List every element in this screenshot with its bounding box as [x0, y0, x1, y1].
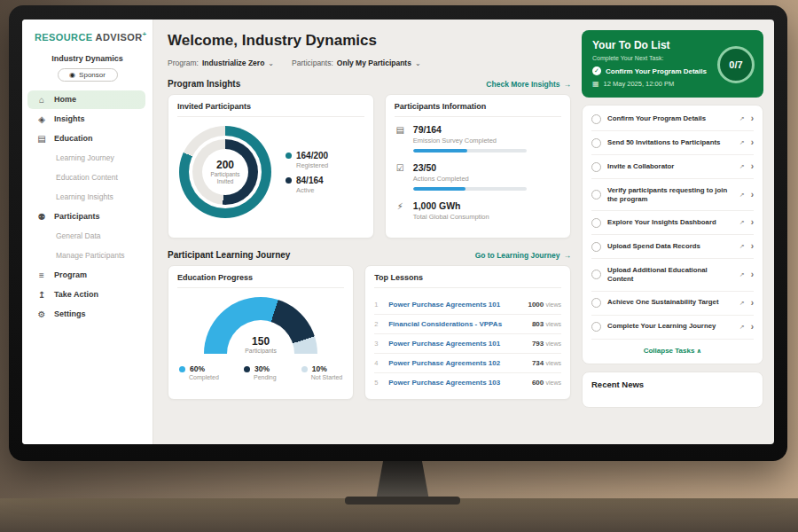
sidebar-item[interactable]: ≡ Program	[27, 266, 145, 285]
chevron-right-icon[interactable]: ›	[751, 114, 754, 123]
external-link-icon[interactable]: ↗	[739, 115, 745, 122]
legend-item: 84/164 Active	[286, 176, 328, 194]
gauge-legend: 60% Completed 30%	[179, 364, 342, 380]
gauge-center-label: Participants	[204, 348, 317, 354]
todo-task-row[interactable]: Upload Spend Data Records ↗ ›	[591, 235, 754, 259]
lesson-rank: 5	[374, 379, 381, 387]
task-checkbox[interactable]	[591, 298, 601, 308]
lesson-link[interactable]: Power Purchase Agreements 102	[388, 359, 525, 367]
external-link-icon[interactable]: ↗	[739, 139, 745, 146]
task-checkbox[interactable]	[591, 322, 601, 332]
task-checkbox[interactable]	[591, 114, 601, 124]
program-filter-value: Industrialize Zero	[202, 59, 264, 67]
chevron-right-icon[interactable]: ›	[751, 242, 754, 251]
task-label: Complete Your Learning Journey	[607, 322, 733, 331]
content-area: Welcome, Industry Dynamics Program: Indu…	[153, 20, 774, 444]
recent-news-card: Recent News	[582, 372, 763, 408]
todo-task-row[interactable]: Invite a Collaborator ↗ ›	[591, 155, 754, 179]
participants-filter[interactable]: Participants: Only My Participants ⌄	[292, 59, 421, 67]
lesson-rank: 1	[374, 301, 381, 309]
legend-item: 60% Completed	[179, 364, 219, 380]
chevron-right-icon[interactable]: ›	[751, 299, 754, 308]
org-name: Industry Dynamics	[22, 54, 153, 63]
go-to-learning-journey-link[interactable]: Go to Learning Journey →	[475, 251, 571, 260]
sidebar-item[interactable]: Learning Journey	[27, 149, 145, 168]
sidebar-item[interactable]: ↥ Take Action	[27, 286, 145, 304]
sidebar-item-label: Learning Journey	[56, 153, 114, 162]
external-link-icon[interactable]: ↗	[739, 219, 745, 226]
chevron-right-icon[interactable]: ›	[751, 323, 754, 332]
top-lessons-card: Top Lessons 1 Power Purchase Agreements …	[364, 265, 571, 400]
sponsor-badge[interactable]: ◉ Sponsor	[58, 68, 118, 82]
chevron-right-icon[interactable]: ›	[751, 191, 754, 200]
todo-task-row[interactable]: Complete Your Learning Journey ↗ ›	[591, 316, 754, 340]
external-link-icon[interactable]: ↗	[739, 324, 745, 331]
legend-label: Pending	[254, 374, 277, 380]
recent-news-title: Recent News	[591, 379, 754, 389]
sidebar-item-label: Education Content	[56, 173, 118, 182]
info-row: ▤ 79/164 Emission Survey Completed	[395, 124, 561, 153]
lesson-link[interactable]: Power Purchase Agreements 103	[388, 379, 525, 387]
task-checkbox[interactable]	[591, 270, 601, 279]
external-link-icon[interactable]: ↗	[739, 300, 745, 307]
external-link-icon[interactable]: ↗	[739, 271, 745, 278]
sidebar-item[interactable]: ⌂ Home	[27, 90, 145, 109]
task-checkbox[interactable]	[591, 218, 601, 228]
lesson-link[interactable]: Financial Considerations - VPPAs	[388, 320, 525, 328]
sidebar-item[interactable]: ⚙ Settings	[27, 305, 145, 324]
sidebar-item[interactable]: ◈ Insights	[27, 110, 145, 129]
chevron-down-icon: ⌄	[415, 59, 421, 67]
progress-bar-fill	[413, 187, 466, 191]
todo-tasks-list: Confirm Your Program Details ↗ › Send 50…	[591, 107, 754, 340]
sidebar-item[interactable]: ⚉ Participants	[27, 207, 145, 226]
chevron-right-icon[interactable]: ›	[751, 270, 754, 279]
info-row: ⚡ 1,000 GWh Total Global Consumption	[395, 200, 561, 221]
main-content: Welcome, Industry Dynamics Program: Indu…	[168, 27, 571, 444]
sidebar-item-label: Take Action	[54, 290, 98, 299]
sponsor-label: Sponsor	[79, 71, 106, 79]
chevron-right-icon[interactable]: ›	[751, 138, 754, 147]
section-title-learning-journey: Participant Learning Journey	[168, 250, 290, 260]
app-logo: RESOURCE ADVISOR+	[22, 30, 153, 43]
check-more-insights-link[interactable]: Check More Insights →	[486, 80, 571, 89]
todo-task-row[interactable]: Send 50 Invitations to Participants ↗ ›	[591, 131, 754, 155]
participants-filter-value: Only My Participants	[337, 59, 411, 67]
task-checkbox[interactable]	[591, 242, 601, 252]
task-label: Achieve One Sustainability Target	[607, 298, 733, 307]
insights-icon: ◈	[36, 114, 47, 124]
progress-bar	[413, 149, 527, 153]
todo-task-row[interactable]: Achieve One Sustainability Target ↗ ›	[591, 292, 754, 316]
external-link-icon[interactable]: ↗	[739, 243, 745, 250]
link-label: Go to Learning Journey	[475, 251, 560, 260]
external-link-icon[interactable]: ↗	[739, 192, 745, 199]
lessons-list: 1 Power Purchase Agreements 101 1000 vie…	[374, 295, 561, 392]
task-checkbox[interactable]	[591, 162, 601, 172]
calendar-icon: ▦	[592, 80, 599, 88]
task-checkbox[interactable]	[591, 190, 601, 200]
legend-item: 30% Pending	[244, 364, 277, 380]
program-filter-label: Program:	[168, 59, 199, 67]
chevron-right-icon[interactable]: ›	[751, 162, 754, 171]
lesson-link[interactable]: Power Purchase Agreements 101	[388, 301, 520, 309]
sidebar-item[interactable]: Manage Participants	[27, 246, 145, 265]
chevron-right-icon[interactable]: ›	[751, 218, 754, 227]
sidebar-item[interactable]: Education Content	[27, 168, 145, 187]
todo-task-row[interactable]: Upload Additional Educational Content ↗ …	[591, 259, 754, 291]
chevron-up-icon: ∧	[697, 348, 702, 354]
collapse-tasks-link[interactable]: Collapse Tasks ∧	[591, 340, 754, 362]
sidebar-item-label: Program	[54, 270, 87, 279]
check-icon: ✓	[592, 66, 601, 75]
lesson-rank: 4	[374, 359, 381, 367]
todo-task-row[interactable]: Confirm Your Program Details ↗ ›	[591, 107, 754, 131]
task-checkbox[interactable]	[591, 138, 601, 148]
sidebar-item[interactable]: Learning Insights	[27, 188, 145, 207]
todo-task-row[interactable]: Explore Your Insights Dashboard ↗ ›	[591, 211, 754, 235]
home-icon: ⌂	[36, 95, 47, 105]
info-value: 23/50	[413, 162, 527, 173]
sidebar-item[interactable]: General Data	[27, 227, 145, 246]
sidebar-item[interactable]: ▤ Education	[27, 129, 145, 148]
todo-task-row[interactable]: Verify participants requesting to join t…	[591, 179, 754, 211]
external-link-icon[interactable]: ↗	[739, 163, 745, 170]
program-filter[interactable]: Program: Industrialize Zero ⌄	[168, 59, 274, 67]
lesson-link[interactable]: Power Purchase Agreements 101	[388, 340, 525, 348]
